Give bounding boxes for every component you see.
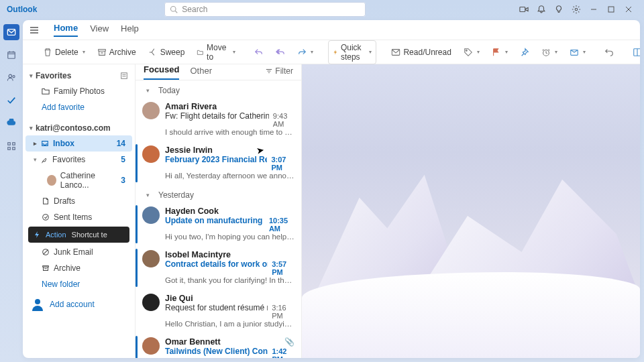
folder-archive[interactable]: Archive — [25, 260, 132, 276]
message-list-header: Focused Other Filter — [136, 64, 301, 80]
sender-name: Jie Qui — [165, 294, 193, 303]
message-item[interactable]: Amari RiveraFw: Flight details for Cathe… — [136, 98, 301, 141]
meet-now-icon[interactable] — [515, 2, 533, 17]
svg-rect-5 — [608, 7, 614, 12]
message-item[interactable]: Isobel MacintyreContract details for wor… — [136, 246, 301, 290]
move-to-button[interactable]: Move to▾ — [193, 41, 239, 64]
message-preview: Hi all, Yesterday afternoon we announced… — [165, 172, 294, 180]
ribbon-tabs: Home View Help — [23, 20, 640, 40]
minimize-icon[interactable] — [585, 2, 602, 17]
message-preview: I should arrive with enough time to atte… — [165, 128, 294, 136]
chevron-down-icon: ▾ — [146, 192, 150, 198]
new-folder-link[interactable]: New folder — [25, 276, 132, 292]
reply-all-button[interactable] — [272, 46, 289, 59]
folder-person-catherine[interactable]: Catherine Lanco... 3 — [25, 168, 132, 193]
folder-inbox[interactable]: ▸ Inbox 14 — [25, 135, 132, 152]
search-box[interactable]: Search — [164, 2, 366, 17]
pin-icon — [41, 156, 48, 164]
rail-mail-icon[interactable] — [3, 24, 19, 40]
folder-family-photos[interactable]: Family Photos — [25, 83, 132, 99]
rail-files-icon[interactable] — [3, 115, 19, 131]
message-time: 10:35 AM — [265, 217, 294, 233]
rail-people-icon[interactable] — [3, 70, 19, 86]
sent-icon — [42, 213, 50, 221]
tab-home[interactable]: Home — [54, 23, 78, 37]
folder-favorites-sub[interactable]: ▾ Favorites 5 — [25, 152, 132, 168]
message-time: 1:42 PM — [268, 347, 294, 358]
svg-point-3 — [575, 8, 578, 11]
tab-view[interactable]: View — [90, 23, 109, 36]
svg-point-0 — [171, 7, 176, 12]
tab-focused[interactable]: Focused — [144, 64, 179, 80]
rules-button[interactable]: ▾ — [566, 46, 590, 59]
hamburger-icon[interactable] — [30, 25, 42, 35]
sender-name: Omar Bennett — [165, 337, 221, 347]
close-icon[interactable] — [620, 2, 637, 17]
notifications-icon[interactable] — [533, 2, 550, 17]
left-rail — [0, 19, 23, 362]
svg-rect-15 — [8, 143, 11, 145]
background-mountain-image — [302, 167, 640, 358]
forward-button[interactable]: ▾ — [293, 46, 317, 59]
date-group-header[interactable]: ▾Yesterday — [136, 185, 301, 202]
tips-icon[interactable] — [550, 2, 568, 17]
attachment-icon: 📎 — [284, 337, 294, 347]
message-time: 3:57 PM — [268, 260, 294, 276]
date-group-header[interactable]: ▾Today — [136, 80, 301, 98]
sender-name: Isobel Macintyre — [165, 250, 231, 259]
sender-avatar — [142, 145, 160, 163]
pin-button[interactable] — [516, 46, 533, 59]
archive-button[interactable]: Archive — [93, 46, 140, 59]
reply-button[interactable] — [250, 46, 268, 59]
delete-button[interactable]: Delete▾ — [39, 46, 89, 59]
svg-point-40 — [35, 299, 40, 304]
rail-more-apps-icon[interactable] — [3, 138, 19, 154]
message-item[interactable]: Hayden CookUpdate on manufacturing plant… — [136, 202, 301, 246]
folder-drafts[interactable]: Drafts — [25, 193, 132, 209]
ribbon: New Mail Delete▾ Archive Sweep Move to▾ … — [23, 40, 640, 64]
message-item[interactable]: Omar Bennett📎Tailwinds (New Client) Cont… — [136, 333, 301, 358]
chevron-down-icon: ▾ — [34, 156, 37, 163]
snooze-button[interactable]: ▾ — [537, 46, 561, 59]
maximize-icon[interactable] — [602, 2, 620, 17]
message-subject: Request for student résumé review — [165, 303, 268, 312]
quick-steps-button[interactable]: Quick steps▾ — [328, 40, 377, 64]
svg-rect-39 — [43, 266, 49, 267]
draft-icon — [42, 197, 50, 205]
settings-icon[interactable] — [568, 2, 585, 17]
sender-name: Amari Rivera — [165, 102, 217, 111]
read-unread-button[interactable]: Read/Unread — [387, 46, 455, 59]
svg-rect-18 — [13, 147, 15, 150]
add-account-button[interactable]: Add account — [23, 292, 135, 316]
filter-button[interactable]: Filter — [266, 66, 293, 80]
tag-button[interactable]: ▾ — [460, 46, 484, 59]
account-header[interactable]: ▾ katri@contoso.com — [23, 121, 135, 135]
svg-rect-33 — [121, 73, 127, 79]
titlebar: Outlook Search — [0, 0, 644, 19]
svg-point-14 — [13, 76, 15, 78]
notes-icon[interactable] — [120, 72, 128, 80]
avatar-icon — [47, 175, 56, 186]
undo-button[interactable] — [600, 46, 618, 59]
sender-avatar — [142, 206, 160, 224]
rail-calendar-icon[interactable] — [3, 47, 19, 63]
message-time: 3:16 PM — [268, 304, 294, 320]
flag-button[interactable]: ▾ — [488, 46, 512, 59]
favorites-header[interactable]: ▾ Favorites — [23, 68, 135, 83]
message-subject: Tailwinds (New Client) Contr... (6) — [165, 347, 268, 356]
folder-junk[interactable]: Junk Email — [25, 244, 132, 260]
lightning-icon — [34, 231, 40, 238]
sweep-button[interactable]: Sweep — [144, 46, 189, 59]
add-favorite-link[interactable]: Add favorite — [25, 99, 132, 115]
view-toggle-button[interactable] — [629, 46, 640, 59]
svg-line-38 — [44, 250, 48, 255]
message-item[interactable]: Jessie IrwinFebruary 2023 Financial Resu… — [136, 141, 301, 185]
inbox-icon — [41, 139, 49, 147]
rail-todo-icon[interactable] — [3, 93, 19, 109]
message-item[interactable]: Jie QuiRequest for student résumé review… — [136, 290, 301, 333]
tab-other[interactable]: Other — [190, 66, 212, 80]
message-subject: February 2023 Financial Results — [165, 155, 267, 164]
svg-rect-23 — [98, 49, 105, 51]
folder-sent[interactable]: Sent Items — [25, 209, 132, 225]
tab-help[interactable]: Help — [121, 23, 139, 36]
